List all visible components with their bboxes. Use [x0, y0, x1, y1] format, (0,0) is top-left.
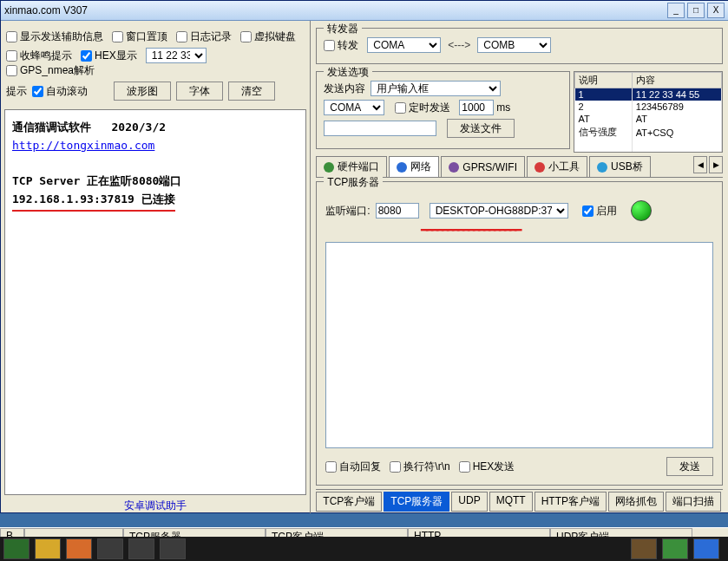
status-led-icon: [631, 200, 652, 221]
hex-disp-checkbox[interactable]: HEX显示: [81, 49, 137, 63]
beep-checkbox[interactable]: 收蜂鸣提示: [6, 49, 72, 63]
tab-hardware-port[interactable]: 硬件端口: [316, 156, 387, 177]
log-textarea[interactable]: 通信猫调试软件 2020/3/2 http://tongxinmao.com T…: [4, 109, 306, 495]
globe-icon: [397, 162, 407, 173]
task-item[interactable]: [160, 538, 186, 559]
tab-scroll-left[interactable]: ◀: [693, 156, 707, 173]
newline-checkbox[interactable]: 换行符\r\n: [390, 460, 449, 474]
hex-format-select[interactable]: 11 22 33: [146, 48, 207, 63]
gps-checkbox[interactable]: GPS_nmea解析: [6, 63, 95, 78]
send-port-select[interactable]: COMA: [324, 100, 384, 115]
task-item[interactable]: [3, 538, 30, 559]
tip-label: 提示: [6, 84, 27, 99]
task-item[interactable]: [128, 538, 154, 559]
tab-usb-bridge[interactable]: USB桥: [589, 156, 651, 177]
send-content-select[interactable]: 用户输入框: [371, 81, 501, 96]
task-item[interactable]: [97, 538, 123, 559]
timed-send-checkbox[interactable]: 定时发送: [395, 101, 450, 115]
table-row[interactable]: [575, 140, 722, 152]
auto-scroll-checkbox[interactable]: 自动滚动: [32, 84, 88, 99]
subtab-tcp-server[interactable]: TCP服务器: [384, 492, 449, 512]
auto-reply-checkbox[interactable]: 自动回复: [325, 460, 381, 474]
task-item[interactable]: [35, 538, 61, 559]
close-button[interactable]: X: [707, 3, 725, 18]
forward-checkbox[interactable]: 转发: [324, 38, 358, 53]
tcp-server-group: TCP服务器 监听端口: DESKTOP-OHG88DP:3781 启用: [316, 181, 723, 486]
titlebar: xinmao.com V307 _ □ X: [1, 1, 728, 21]
taskbar: [0, 537, 728, 561]
task-item[interactable]: [66, 538, 92, 559]
forward-right-select[interactable]: COMB: [477, 37, 551, 53]
maximize-button[interactable]: □: [687, 3, 705, 18]
tab-scroll-right[interactable]: ▶: [709, 156, 723, 173]
minimize-button[interactable]: _: [667, 3, 685, 18]
forward-group: 转发器 转发 COMA <---> COMB: [316, 28, 723, 64]
host-select[interactable]: DESKTOP-OHG88DP:3781: [430, 203, 568, 219]
network-subtabs: TCP客户端 TCP服务器 UDP MQTT HTTP客户端 网络抓包 端口扫描: [316, 489, 723, 512]
send-group: 发送选项 发送内容 用户输入框 COMA 定时发送 ms: [316, 71, 570, 149]
enable-checkbox[interactable]: 启用: [582, 204, 617, 219]
homepage-link[interactable]: http://tongxinmao.com: [12, 139, 154, 152]
table-row[interactable]: 111 22 33 44 55: [575, 88, 722, 101]
forward-left-select[interactable]: COMA: [367, 37, 441, 53]
tcp-send-textarea[interactable]: [325, 242, 713, 448]
task-item[interactable]: [693, 538, 719, 559]
font-button[interactable]: 字体: [176, 82, 223, 101]
table-row[interactable]: 2123456789: [575, 101, 722, 113]
table-row[interactable]: 信号强度AT+CSQ: [575, 125, 722, 140]
hex-send-checkbox[interactable]: HEX发送: [459, 460, 515, 474]
timed-interval-input[interactable]: [459, 100, 494, 115]
clear-button[interactable]: 清空: [228, 82, 275, 101]
android-helper-link[interactable]: 安卓调试助手: [1, 499, 310, 513]
wave-button[interactable]: 波形图: [114, 82, 171, 101]
task-item[interactable]: [662, 538, 688, 559]
virt-kbd-checkbox[interactable]: 虚拟键盘: [240, 29, 296, 44]
send-file-input[interactable]: [324, 121, 436, 136]
preset-table[interactable]: 说明内容 111 22 33 44 55 2123456789 ATAT 信号强…: [574, 71, 723, 153]
wifi-icon: [449, 162, 459, 173]
win-top-checkbox[interactable]: 窗口置顶: [112, 29, 167, 44]
log-rec-checkbox[interactable]: 日志记录: [176, 29, 232, 44]
usb-icon: [597, 162, 607, 173]
subtab-pcap[interactable]: 网络抓包: [608, 492, 664, 512]
tcp-send-button[interactable]: 发送: [666, 457, 713, 476]
port-icon: [324, 162, 334, 173]
tab-tools[interactable]: 小工具: [527, 156, 587, 177]
subtab-port-scan[interactable]: 端口扫描: [666, 492, 721, 512]
annotation-mark: ━━━━━━━━━━━━━━━━━━━: [421, 223, 713, 237]
arrow-label: <--->: [448, 39, 470, 51]
task-item[interactable]: [631, 538, 657, 559]
show-aux-checkbox[interactable]: 显示发送辅助信息: [6, 29, 103, 44]
subtab-mqtt[interactable]: MQTT: [489, 492, 533, 512]
send-file-button[interactable]: 发送文件: [447, 119, 515, 138]
subtab-tcp-client[interactable]: TCP客户端: [316, 492, 382, 512]
window-title: xinmao.com V307: [4, 4, 88, 16]
subtab-udp[interactable]: UDP: [451, 492, 487, 512]
table-row[interactable]: ATAT: [575, 113, 722, 125]
tab-network[interactable]: 网络: [389, 156, 439, 177]
subtab-http-client[interactable]: HTTP客户端: [535, 492, 607, 512]
tool-icon: [535, 162, 545, 173]
listen-port-input[interactable]: [376, 203, 419, 219]
tab-gprs-wifi[interactable]: GPRS/WIFI: [441, 156, 525, 177]
